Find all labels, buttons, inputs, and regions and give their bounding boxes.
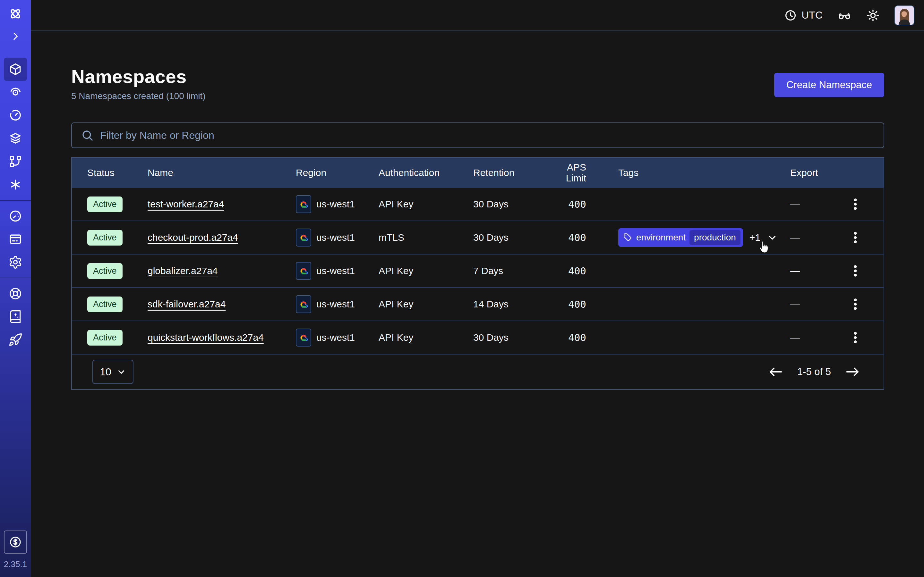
filter-input[interactable] (100, 129, 875, 141)
row-menu-button[interactable] (853, 298, 858, 311)
auth-method: API Key (379, 266, 473, 276)
export-value: — (780, 299, 838, 309)
row-menu-button[interactable] (853, 231, 858, 244)
aps-limit-value: 400 (553, 332, 601, 343)
credits-button[interactable] (4, 530, 27, 554)
sidebar-item-usage[interactable] (0, 205, 31, 227)
lifebuoy-icon (8, 287, 23, 301)
gcp-region-icon (296, 295, 311, 313)
gauge-icon (8, 209, 23, 223)
sidebar-item-schedules[interactable] (0, 104, 31, 127)
col-tags: Tags (601, 167, 780, 178)
page-size-select[interactable]: 10 (92, 359, 134, 384)
timezone-selector[interactable]: UTC (784, 9, 822, 22)
status-badge: Active (87, 297, 123, 312)
sidebar-divider (0, 200, 31, 201)
col-aps-limit: APS Limit (553, 162, 601, 184)
table-row[interactable]: Active checkout-prod.a27a4 us-west1 mTLS… (72, 221, 884, 255)
tag-value: production (690, 230, 740, 245)
sidebar-item-nexus[interactable] (0, 173, 31, 196)
col-retention: Retention (473, 167, 553, 178)
branch-icon (8, 155, 23, 169)
filter-bar[interactable] (71, 122, 884, 148)
table-row[interactable]: Active quickstart-workflows.a27a4 us-wes… (72, 321, 884, 355)
namespace-link[interactable]: globalizer.a27a4 (148, 266, 218, 276)
search-icon (81, 129, 94, 142)
col-region: Region (296, 167, 379, 178)
retention-value: 14 Days (473, 299, 553, 309)
export-value: — (780, 232, 838, 243)
namespaces-table: Status Name Region Authentication Retent… (71, 157, 884, 390)
namespace-link[interactable]: checkout-prod.a27a4 (148, 232, 238, 243)
auth-method: API Key (379, 299, 473, 309)
next-page-button[interactable] (845, 367, 860, 377)
billing-card-icon (8, 232, 23, 246)
page-size-value: 10 (100, 366, 111, 378)
region-label: us-west1 (317, 199, 355, 210)
region-label: us-west1 (317, 332, 355, 343)
row-menu-button[interactable] (853, 198, 858, 211)
clock-icon (784, 9, 797, 22)
col-name: Name (148, 167, 296, 178)
rocket-icon (8, 333, 23, 347)
sidebar-item-support[interactable] (0, 282, 31, 305)
namespace-link[interactable]: test-worker.a27a4 (148, 199, 224, 210)
sidebar-item-settings[interactable] (0, 251, 31, 274)
create-namespace-button[interactable]: Create Namespace (774, 73, 884, 97)
table-header: Status Name Region Authentication Retent… (72, 158, 884, 188)
page-title: Namespaces (71, 66, 206, 87)
auth-method: API Key (379, 199, 473, 210)
table-row[interactable]: Active globalizer.a27a4 us-west1 API Key… (72, 255, 884, 288)
region-label: us-west1 (317, 232, 355, 243)
app-version: 2.35.1 (4, 559, 27, 569)
timer-icon (8, 108, 23, 122)
pagination-range: 1-5 of 5 (797, 366, 831, 378)
auth-method: API Key (379, 332, 473, 343)
prev-page-button[interactable] (768, 367, 783, 377)
col-export: Export (780, 167, 838, 178)
aps-limit-value: 400 (553, 265, 601, 277)
layers-icon (8, 131, 23, 145)
col-status: Status (72, 167, 148, 178)
gcp-region-icon (296, 229, 311, 247)
theme-toggle-button[interactable] (866, 9, 880, 22)
retention-value: 30 Days (473, 232, 553, 243)
chevron-down-icon[interactable] (767, 232, 778, 243)
sidebar-item-batch-operations[interactable] (0, 150, 31, 173)
sidebar-item-billing[interactable] (0, 227, 31, 251)
main-content: Namespaces 5 Namespaces created (100 lim… (31, 32, 924, 577)
region-label: us-west1 (317, 299, 355, 309)
sidebar-nav (0, 58, 31, 351)
sidebar-item-deployments[interactable] (0, 127, 31, 150)
tag-more-count: +1 (750, 232, 760, 243)
sidebar-expand-button[interactable] (10, 31, 21, 42)
sidebar-item-workflows[interactable] (0, 81, 31, 104)
user-avatar[interactable] (895, 5, 914, 25)
book-sparkles-icon (8, 309, 23, 324)
sidebar-item-docs[interactable] (0, 305, 31, 328)
gcp-region-icon (296, 195, 311, 213)
sidebar-item-namespaces[interactable] (0, 58, 31, 81)
table-footer: 10 1-5 of 5 (72, 355, 884, 389)
table-row[interactable]: Active sdk-failover.a27a4 us-west1 API K… (72, 288, 884, 321)
cube-icon (8, 62, 23, 76)
gear-icon (8, 255, 23, 269)
col-authentication: Authentication (379, 167, 473, 178)
tag-key: environment (636, 232, 686, 243)
dollar-badge-icon (9, 535, 22, 549)
chevron-down-icon (116, 367, 126, 377)
labs-glasses-button[interactable] (837, 8, 851, 23)
retention-value: 7 Days (473, 266, 553, 276)
namespace-link[interactable]: quickstart-workflows.a27a4 (148, 332, 264, 343)
sidebar-item-getting-started[interactable] (0, 328, 31, 351)
table-row[interactable]: Active test-worker.a27a4 us-west1 API Ke… (72, 188, 884, 221)
namespace-link[interactable]: sdk-failover.a27a4 (148, 299, 226, 309)
status-badge: Active (87, 330, 123, 346)
timezone-label: UTC (801, 9, 822, 21)
row-menu-button[interactable] (853, 331, 858, 344)
auth-method: mTLS (379, 232, 473, 243)
row-menu-button[interactable] (853, 264, 858, 277)
tag-pill[interactable]: environment production (618, 228, 743, 247)
aps-limit-value: 400 (553, 198, 601, 210)
status-badge: Active (87, 230, 123, 245)
